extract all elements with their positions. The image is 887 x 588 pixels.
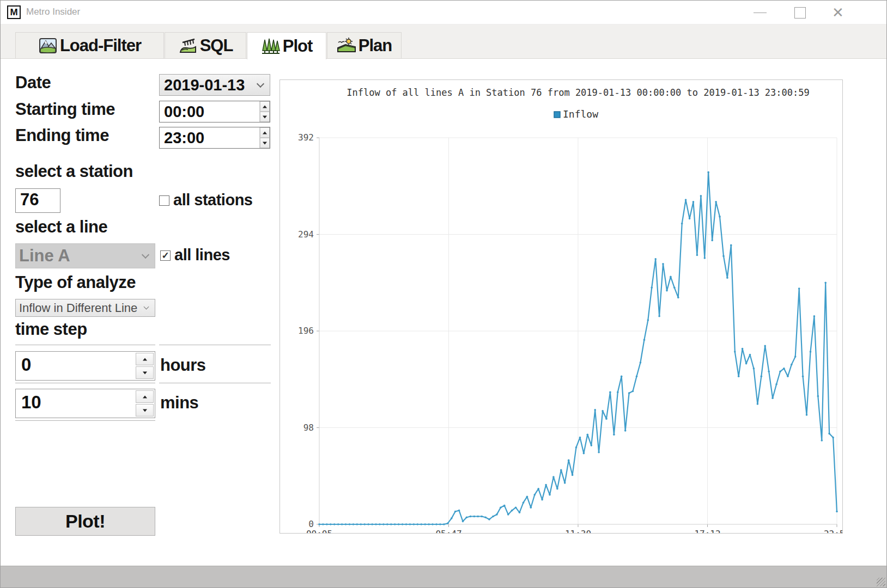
- time-step-label: time step: [15, 320, 87, 339]
- ending-time-value: 23:00: [160, 127, 259, 148]
- svg-text:196: 196: [298, 326, 314, 336]
- line-value: Line A: [16, 246, 143, 266]
- tab-plot[interactable]: Plot: [247, 32, 326, 59]
- date-dropdown[interactable]: 2019-01-13: [159, 74, 270, 96]
- ending-time-spinbox[interactable]: 23:00: [159, 127, 270, 149]
- rake-hill-icon: [178, 36, 198, 56]
- all-stations-label: all stations: [173, 191, 253, 209]
- starting-time-spinbox[interactable]: 00:00: [159, 101, 270, 122]
- divider: [15, 345, 155, 345]
- all-stations-checkbox[interactable]: [159, 195, 169, 206]
- check-icon: ✓: [161, 250, 169, 261]
- tab-label: Plan: [359, 36, 392, 56]
- hours-up-button[interactable]: [136, 353, 154, 365]
- metro-insider-window: M Metro Insider ✕ Load-Filter SQL: [0, 0, 887, 588]
- chevron-down-icon: [144, 304, 149, 309]
- minimize-button[interactable]: [748, 1, 773, 24]
- tab-load-filter[interactable]: Load-Filter: [15, 32, 164, 59]
- svg-text:05:47: 05:47: [435, 529, 461, 533]
- mountain-landscape-icon: [38, 36, 58, 56]
- ending-time-up-button[interactable]: [260, 127, 270, 138]
- tab-strip-divider: [1, 58, 886, 59]
- date-label: Date: [15, 73, 51, 93]
- starting-time-up-button[interactable]: [260, 101, 270, 112]
- mins-label: mins: [160, 393, 198, 413]
- hours-value: 0: [16, 352, 135, 380]
- mins-spinbox[interactable]: 10: [15, 389, 155, 418]
- analyze-type-dropdown[interactable]: Inflow in Different Line: [15, 299, 155, 317]
- status-bar: [1, 566, 886, 587]
- starting-time-label: Starting time: [15, 100, 115, 119]
- hours-down-button[interactable]: [136, 366, 154, 379]
- inflow-line-chart: 09819629439200:0505:4711:3017:1222:55Inf…: [280, 80, 842, 533]
- ending-time-down-button[interactable]: [260, 138, 270, 148]
- divider: [15, 420, 155, 421]
- starting-time-value: 00:00: [160, 101, 259, 122]
- tab-plan[interactable]: Plan: [327, 32, 402, 59]
- svg-text:Inflow: Inflow: [563, 108, 598, 120]
- svg-text:0: 0: [308, 519, 314, 529]
- all-lines-checkbox[interactable]: ✓: [160, 250, 171, 261]
- mins-up-button[interactable]: [136, 390, 154, 403]
- chevron-down-icon: [142, 250, 149, 258]
- svg-text:00:05: 00:05: [306, 529, 332, 533]
- date-value: 2019-01-13: [160, 76, 258, 94]
- hours-spinbox[interactable]: 0: [15, 351, 155, 381]
- mins-value: 10: [16, 389, 135, 418]
- chart-frame: 09819629439200:0505:4711:3017:1222:55Inf…: [280, 79, 843, 534]
- svg-text:294: 294: [298, 229, 314, 240]
- starting-time-down-button[interactable]: [260, 112, 270, 122]
- tab-label: Load-Filter: [60, 36, 141, 56]
- station-input[interactable]: 76: [15, 188, 60, 213]
- plot-button[interactable]: Plot!: [15, 507, 155, 536]
- resize-grip-icon[interactable]: [877, 578, 885, 586]
- svg-text:98: 98: [303, 422, 314, 433]
- svg-text:22:55: 22:55: [824, 529, 842, 533]
- divider: [15, 383, 155, 383]
- tab-label: Plot: [283, 36, 313, 56]
- analyze-type-value: Inflow in Different Line: [16, 301, 144, 315]
- svg-text:17:12: 17:12: [694, 529, 720, 533]
- titlebar: M Metro Insider ✕: [1, 1, 886, 24]
- select-line-label: select a line: [15, 217, 107, 237]
- divider: [159, 345, 271, 345]
- type-of-analyze-label: Type of analyze: [15, 273, 136, 292]
- tab-label: SQL: [200, 36, 233, 56]
- forest-trees-icon: [261, 36, 281, 56]
- tab-sql[interactable]: SQL: [165, 32, 246, 59]
- hours-label: hours: [160, 356, 206, 375]
- mins-down-button[interactable]: [136, 404, 154, 416]
- close-button[interactable]: ✕: [825, 1, 850, 24]
- select-station-label: select a station: [15, 162, 133, 181]
- ending-time-label: Ending time: [15, 126, 109, 145]
- divider: [159, 383, 271, 383]
- window-title: Metro Insider: [26, 7, 80, 17]
- maximize-button[interactable]: [787, 1, 812, 24]
- svg-text:Inflow of all lines A in Stati: Inflow of all lines A in Station 76 from…: [347, 87, 810, 98]
- all-lines-label: all lines: [174, 246, 230, 264]
- app-logo-icon: M: [7, 5, 21, 19]
- line-dropdown[interactable]: Line A: [15, 243, 155, 268]
- svg-text:392: 392: [298, 132, 314, 143]
- sunny-field-icon: [337, 36, 356, 56]
- chevron-down-icon: [257, 79, 264, 87]
- svg-text:11:30: 11:30: [565, 529, 591, 533]
